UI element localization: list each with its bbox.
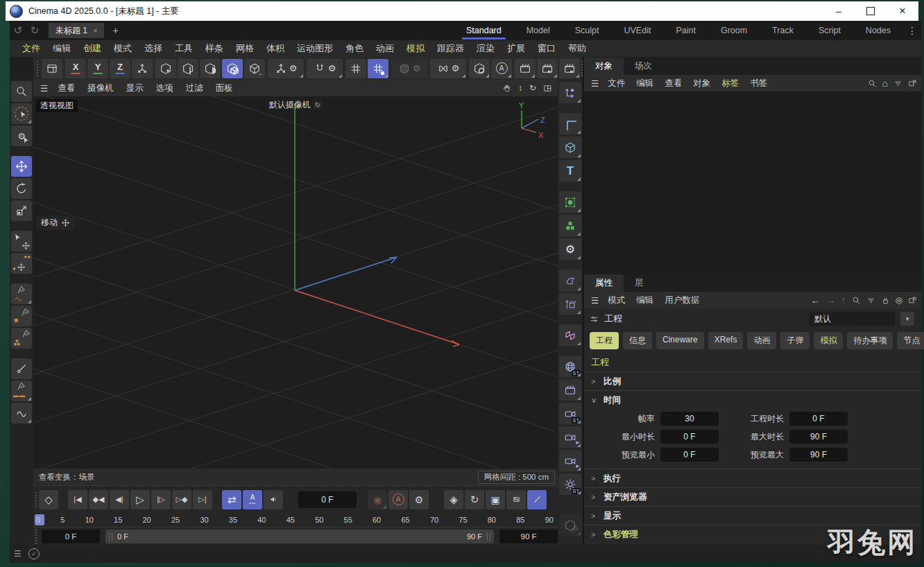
document-tab[interactable]: 未标题 1 × (49, 23, 104, 38)
layout-tab[interactable]: Track (760, 21, 806, 40)
toggle-views-icon[interactable] (543, 84, 552, 93)
render-view-button[interactable] (469, 59, 490, 78)
lock-x-axis-button[interactable]: X (65, 59, 86, 78)
range-right-grip[interactable] (487, 532, 490, 541)
menu-item[interactable]: 角色 (340, 42, 369, 55)
range-end-field[interactable]: 90 F (499, 530, 558, 543)
time-field-input[interactable]: 0 F (789, 412, 848, 426)
om-hamburger-icon[interactable]: ☰ (588, 78, 601, 89)
pen-line-tool-button[interactable]: ▬▬ (11, 381, 32, 401)
dolly-icon[interactable]: ↕ (518, 83, 522, 93)
attribute-tab-chip[interactable]: 信息 (623, 332, 652, 349)
am-menu-item[interactable]: 模式 (603, 295, 630, 306)
viewport-menu-item[interactable]: 过滤 (180, 82, 209, 94)
menu-item[interactable]: 文件 (17, 42, 46, 55)
time-field-input[interactable]: 0 F (660, 430, 719, 444)
autokey-toggle-button[interactable]: A (388, 490, 408, 509)
stage-button[interactable] (559, 379, 581, 401)
section-row[interactable]: >显示 (584, 506, 921, 525)
current-frame-field[interactable]: 0 F (298, 491, 357, 508)
am-menu-item[interactable]: 用户数据 (660, 295, 704, 306)
om-filter-icon[interactable] (893, 79, 902, 88)
snap-button[interactable]: ⚙ (307, 59, 343, 78)
am-back-icon[interactable]: ← (811, 295, 821, 306)
attribute-tab-chip[interactable]: 动画 (747, 332, 776, 349)
axis-modification-button[interactable]: ⚙ (268, 59, 304, 78)
camera-button[interactable]: ST (559, 403, 581, 424)
pan-hand-icon[interactable] (502, 84, 511, 93)
close-button[interactable]: × (887, 1, 918, 21)
om-menu-item[interactable]: 书签 (745, 78, 772, 89)
model-mode-button[interactable] (222, 59, 243, 78)
am-target-icon[interactable]: ◎ (896, 295, 902, 305)
multi-move-tool-button[interactable]: ●●● (11, 253, 32, 274)
render-editor-button[interactable] (515, 59, 536, 78)
quantize-lock-button[interactable] (368, 59, 388, 78)
om-menu-item[interactable]: 对象 (688, 78, 715, 89)
z-axis-arrow[interactable] (295, 257, 397, 290)
attribute-tab-chip[interactable]: XRefs (708, 332, 744, 349)
attribute-manager-tab[interactable]: 属性 (584, 274, 624, 292)
spline-primitives-button[interactable] (559, 113, 581, 134)
am-hamburger-icon[interactable]: ☰ (588, 295, 601, 306)
live-selection-button[interactable] (11, 103, 32, 124)
attribute-tab-chip[interactable]: 待办事项 (847, 332, 893, 349)
object-tree-area[interactable] (584, 91, 921, 274)
keyframe-settings-button[interactable]: ⚙ (409, 490, 429, 509)
polygon-pen-button[interactable] (11, 328, 32, 349)
menu-item[interactable]: 模式 (108, 42, 137, 55)
key-rotation-toggle[interactable]: ↻ (465, 490, 484, 509)
viewport-menu-item[interactable]: 显示 (121, 82, 149, 94)
layout-tab[interactable]: Nodes (853, 21, 903, 40)
menu-item[interactable]: 体积 (261, 42, 290, 55)
am-lock-icon[interactable] (881, 296, 890, 305)
primitive-cube-button[interactable] (559, 137, 581, 158)
crane-camera-button[interactable]: ▸ (559, 450, 581, 471)
preview-range-slider[interactable]: 0 F 90 F (105, 530, 494, 543)
undo-icon[interactable]: ↺ (10, 24, 26, 37)
timeline-ruler[interactable]: 051015202530354045505560657075808590 (33, 513, 558, 527)
previous-key-button[interactable]: ◆◀ (89, 490, 108, 509)
time-field-input[interactable]: 90 F (789, 430, 848, 444)
field-button[interactable] (559, 191, 581, 213)
layout-overflow-icon[interactable]: ⋮ (903, 25, 921, 36)
symmetry-button[interactable]: ⚙ (430, 59, 466, 78)
close-tab-icon[interactable]: × (93, 26, 97, 35)
object-manager-tab[interactable]: 场次 (624, 58, 663, 75)
range-left-grip[interactable] (109, 532, 112, 541)
autokey-mode-button[interactable]: A▪▪▪ (243, 490, 262, 509)
menu-item[interactable]: 渲染 (471, 42, 500, 55)
motion-camera-button[interactable]: ▸ (559, 426, 581, 448)
section-row[interactable]: >执行 (584, 469, 921, 487)
sketch-spline-button[interactable]: ■ (11, 306, 32, 326)
attribute-tab-chip[interactable]: 子弹 (780, 332, 810, 349)
layout-tab[interactable]: Standard (454, 21, 514, 40)
maximize-button[interactable] (855, 1, 887, 21)
om-detach-icon[interactable] (908, 79, 917, 88)
axis-settings-gear-icon[interactable]: ⚙ (289, 64, 298, 73)
am-search-icon[interactable] (852, 296, 861, 305)
mode-sliders-icon[interactable] (590, 315, 599, 324)
axis-gizmo[interactable]: Y Z X (504, 101, 548, 141)
render-queue-button[interactable] (559, 59, 580, 78)
modeling-axis-button[interactable]: ⚙ (391, 59, 427, 78)
coordinate-system-button[interactable] (132, 59, 153, 78)
spline-pen-button[interactable] (11, 284, 32, 304)
key-position-toggle[interactable]: ◈ (444, 490, 463, 509)
new-tab-button[interactable]: + (112, 25, 118, 36)
polygons-mode-button[interactable] (200, 59, 221, 78)
transform-tool-button[interactable] (11, 231, 32, 252)
time-section-header[interactable]: ∨ 时间 (584, 390, 921, 409)
om-search-icon[interactable] (868, 79, 877, 88)
menu-item[interactable]: 模拟 (401, 42, 430, 55)
viewport-menu-item[interactable]: 摄像机 (82, 82, 119, 94)
viewport-menu-item[interactable]: 选项 (151, 82, 179, 94)
next-key-button[interactable]: ▷◆ (172, 490, 191, 509)
volume-button[interactable] (559, 215, 581, 236)
tweak-tool-button[interactable]: ⚙ (11, 125, 32, 146)
snap-settings-gear-icon[interactable]: ⚙ (328, 64, 336, 73)
time-field-input[interactable]: 30 (660, 412, 719, 426)
goto-end-button[interactable]: ▷| (193, 490, 212, 509)
menu-item[interactable]: 运动图形 (291, 42, 339, 55)
om-menu-item[interactable]: 查看 (660, 78, 687, 89)
